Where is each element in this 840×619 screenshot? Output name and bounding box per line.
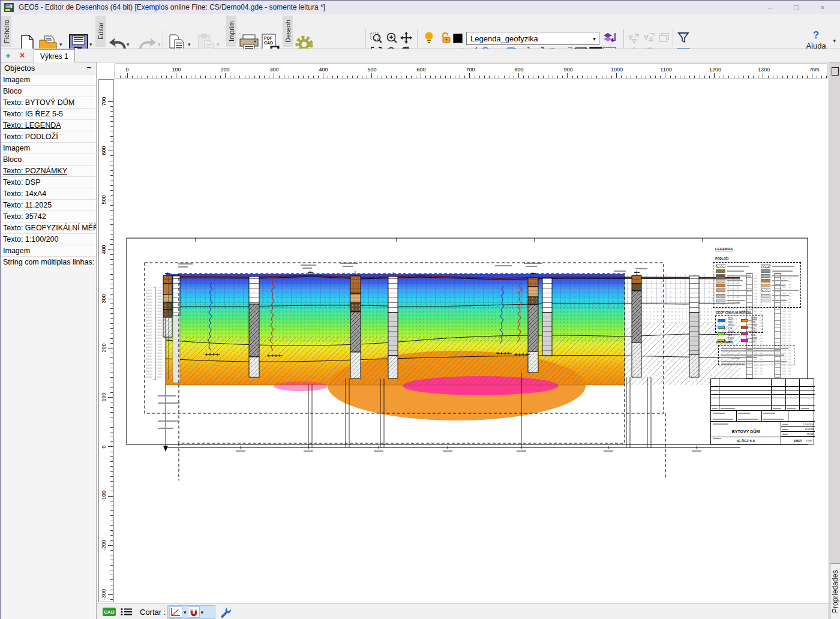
save-dropdown-arrow[interactable]: ▾ bbox=[89, 41, 92, 47]
borehole bbox=[528, 278, 538, 372]
borehole bbox=[689, 276, 699, 377]
snap-mode-dropdown-arrow[interactable]: ▾ bbox=[184, 609, 187, 615]
object-list-item[interactable]: Texto: PODLOŽÍ bbox=[1, 131, 96, 143]
cad-mode-badge[interactable]: CAD bbox=[103, 608, 116, 616]
remove-drawing-button[interactable]: × bbox=[20, 50, 25, 60]
layer-visibility-button[interactable] bbox=[422, 31, 436, 45]
line-style-button[interactable] bbox=[121, 608, 133, 618]
horizontal-ruler[interactable]: 0 100 200 300 400 500 600 700 800 900 10… bbox=[115, 64, 827, 79]
object-list-item[interactable]: String com múltiplas linhas: 1 bbox=[1, 257, 96, 268]
object-list-item[interactable]: Texto: 14xA4 bbox=[1, 188, 96, 200]
object-list-item[interactable]: Imagem bbox=[1, 143, 96, 154]
snap-settings-group: ▾ ▾ bbox=[167, 605, 215, 619]
h-ruler-unit: mm bbox=[811, 67, 820, 73]
array-copy-button[interactable] bbox=[657, 31, 671, 45]
snap-options-button[interactable] bbox=[220, 607, 231, 619]
drawing-canvas[interactable]: LEGENDA PODLOŽÍ bbox=[97, 62, 829, 603]
panel-minimize-icon[interactable]: – bbox=[87, 62, 91, 71]
h-ruler-label: 200 bbox=[220, 67, 229, 73]
tab-vykres-1[interactable]: Výkres 1 bbox=[34, 49, 75, 62]
subsoil-swatch bbox=[761, 279, 770, 283]
elevation-label-columns bbox=[146, 275, 169, 380]
subsoil-swatch bbox=[716, 274, 725, 278]
title-block-order: 35742 bbox=[807, 432, 814, 435]
add-drawing-button[interactable]: + bbox=[5, 50, 11, 61]
object-list-item[interactable]: Texto: GEOFYZIKÁLNÍ MĚŘENÍ bbox=[1, 223, 96, 234]
close-button[interactable]: × bbox=[809, 1, 836, 14]
copy-dropdown-arrow[interactable]: ▾ bbox=[188, 41, 191, 47]
pan-button[interactable] bbox=[399, 31, 413, 45]
v-ruler-label: -100 bbox=[101, 491, 107, 501]
subsoil-swatch bbox=[716, 279, 725, 283]
signature-band bbox=[711, 411, 815, 422]
title-block-format: 14xA4 bbox=[806, 439, 812, 442]
object-list-item[interactable]: Texto: BYTOVÝ DŮM bbox=[1, 97, 96, 109]
vertical-ruler[interactable]: 700 600 500 400 300 200 100 0 -100 -200 … bbox=[98, 79, 114, 602]
layer-color-swatch[interactable] bbox=[453, 34, 463, 43]
h-ruler-label: 400 bbox=[319, 67, 328, 73]
properties-tab-label: Propriedades bbox=[831, 570, 839, 612]
zoom-in-button[interactable] bbox=[385, 31, 399, 45]
h-ruler-label: 800 bbox=[514, 67, 523, 73]
title-block-date: 11.2025 bbox=[805, 428, 814, 431]
redo-dropdown-arrow[interactable]: ▾ bbox=[158, 41, 161, 47]
zoom-window-icon bbox=[370, 32, 382, 44]
magnet-dropdown-arrow[interactable]: ▾ bbox=[201, 609, 204, 615]
h-ruler-label: 300 bbox=[269, 67, 278, 73]
objects-panel-header: Objectos – bbox=[1, 62, 96, 74]
object-list-item[interactable]: Texto: 1:100/200 bbox=[1, 234, 96, 245]
v-ruler-label: 400 bbox=[101, 245, 107, 254]
help-icon: ? bbox=[802, 29, 830, 41]
magnet-icon[interactable] bbox=[188, 606, 200, 618]
status-bar: CAD Cortar : ▾ ▾ bbox=[97, 603, 829, 619]
object-list-item[interactable]: Texto: LEGENDA bbox=[1, 120, 96, 131]
object-list-item[interactable]: Texto: POZNÁMKY bbox=[1, 166, 96, 177]
snap-mode-icon[interactable] bbox=[169, 606, 182, 618]
object-list-item[interactable]: Texto: 35742 bbox=[1, 211, 96, 223]
velocity-label: 4000 m/s bbox=[751, 337, 761, 343]
toolbar-group-print-label: Imprim bbox=[226, 16, 236, 47]
object-list-item[interactable]: Texto: 11.2025 bbox=[1, 200, 96, 211]
velocity-label: 1000 m/s bbox=[728, 324, 737, 330]
panel-toggle-button[interactable] bbox=[832, 67, 839, 76]
object-list-item[interactable]: Imagem bbox=[1, 74, 96, 86]
undo-dropdown-arrow[interactable]: ▾ bbox=[127, 41, 130, 47]
layer-combo[interactable]: Legenda_geofyzika ▾ bbox=[466, 32, 599, 45]
velocity-chip bbox=[741, 332, 748, 335]
minimize-button[interactable]: – bbox=[757, 1, 783, 14]
velocity-label: 500 m/s bbox=[728, 317, 737, 323]
properties-tab[interactable]: Propriedades bbox=[830, 563, 840, 619]
maximize-button[interactable]: □ bbox=[783, 1, 809, 14]
copy-properties-icon bbox=[628, 32, 641, 43]
help-button[interactable]: ? Ajuda ▾ bbox=[802, 29, 830, 50]
move-to-layer-button[interactable] bbox=[602, 31, 616, 45]
object-list-item[interactable]: Texto: DSP bbox=[1, 177, 96, 188]
velocity-label: 3250 m/s bbox=[751, 317, 761, 323]
subsoil-swatch bbox=[761, 299, 770, 302]
object-list-item[interactable]: Imagem bbox=[1, 245, 96, 257]
apply-properties-button[interactable] bbox=[643, 31, 657, 45]
v-ruler-label: -300 bbox=[101, 589, 107, 600]
object-list-item[interactable]: Bloco bbox=[1, 86, 96, 97]
object-list-item[interactable]: Bloco bbox=[1, 154, 96, 166]
open-dropdown-arrow[interactable]: ▾ bbox=[59, 41, 62, 47]
layer-combo-value: Legenda_geofyzika bbox=[470, 34, 538, 43]
paste-dropdown-arrow[interactable]: ▾ bbox=[217, 41, 220, 47]
filter-icon bbox=[677, 32, 689, 44]
velocity-label: 3750 m/s bbox=[751, 330, 761, 336]
h-ruler-label: 1000 bbox=[611, 67, 623, 73]
legend-geophysics-title: GEOFYZIKÁLNÍ MĚŘENÍ bbox=[716, 311, 751, 314]
zoom-window-button[interactable] bbox=[369, 31, 383, 45]
h-ruler-label: 500 bbox=[367, 67, 376, 73]
v-ruler-label: 100 bbox=[101, 392, 107, 401]
h-ruler-label: 1200 bbox=[709, 67, 721, 73]
h-ruler-label: 700 bbox=[466, 67, 475, 73]
title-block: BYTOVÝ DŮM IG ŘEZ 5-5 1:100/200 11.2025 … bbox=[710, 378, 814, 444]
borehole bbox=[350, 276, 361, 378]
object-list-item[interactable]: Texto: IG ŘEZ 5-5 bbox=[1, 109, 96, 120]
layer-lock-button[interactable] bbox=[439, 31, 453, 45]
copy-properties-button[interactable] bbox=[627, 31, 641, 45]
velocity-chip bbox=[741, 339, 748, 342]
filter-button[interactable] bbox=[676, 31, 691, 45]
subsoil-swatch bbox=[716, 294, 725, 298]
